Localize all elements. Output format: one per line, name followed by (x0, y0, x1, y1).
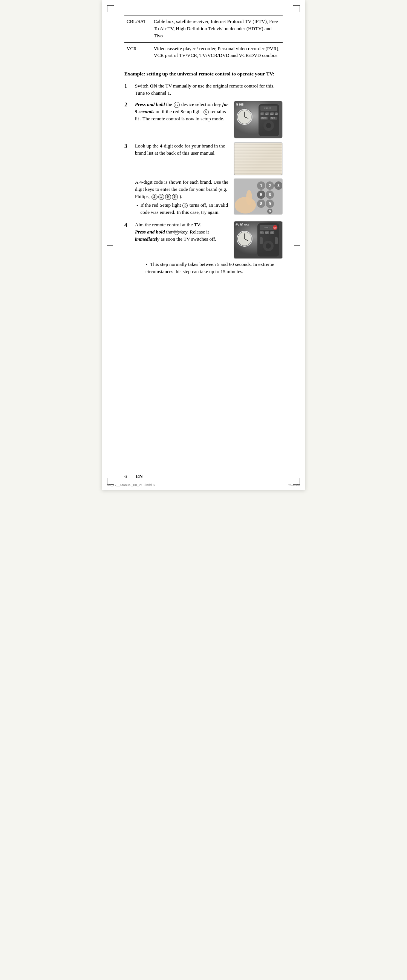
table-cell-description: Cable box, satellite receiver, Internet … (152, 16, 283, 43)
step-2-with-img: Press and hold the TV device selection k… (135, 101, 283, 138)
step-3-bullet-1: • If the red Setup light © turns off, an… (136, 202, 231, 216)
remote-svg-1: 5 sec INPUT (234, 101, 282, 138)
step-2-number: 2 (124, 101, 135, 109)
svg-point-25 (246, 190, 252, 205)
svg-text:TV: TV (261, 113, 263, 115)
file-info-left: /M_17__Manual_80_210.indd 6 (107, 483, 155, 487)
bullet-dot-1: • (136, 202, 138, 209)
svg-text:5 - 60 sec: 5 - 60 sec (236, 223, 248, 226)
table-cell-description: Video cassette player / recorder, Person… (152, 42, 283, 62)
table-cell-label: CBL/SAT (124, 16, 152, 43)
remote-image-1: 5 sec INPUT (234, 101, 283, 138)
corner-mark-tl (107, 5, 114, 12)
step-2-text: Press and hold the TV device selection k… (135, 102, 228, 121)
key-1: 1 (158, 194, 164, 200)
table-row: VCRVideo cassette player / recorder, Per… (124, 42, 283, 62)
setup-light-icon-2: © (182, 203, 188, 208)
svg-point-24 (235, 197, 256, 213)
svg-text:TV: TV (260, 232, 262, 234)
step-3-bullet-text: If the red Setup light © turns off, an i… (141, 202, 231, 216)
numpad-illustration: 1 2 3 5 6 8 (234, 179, 282, 214)
step-3-content: Look up the 4-digit code for your brand … (135, 142, 283, 217)
step-3-lower-text: A 4-digit code is shown for each brand. … (135, 178, 231, 217)
svg-text:9: 9 (269, 202, 271, 206)
step-4-with-img: Aim the remote control at the TV. Press … (135, 221, 283, 259)
svg-rect-62 (275, 237, 278, 244)
step-3-text-main: Look up the 4-digit code for your brand … (135, 143, 225, 156)
svg-text:2: 2 (269, 184, 271, 188)
svg-text:1: 1 (260, 184, 262, 188)
svg-text:PWR: PWR (273, 226, 277, 229)
table-cell-label: VCR (124, 42, 152, 62)
file-info-right: 25-09-0 (288, 483, 300, 487)
remote-illustration-4: 5 - 60 sec INPUT PWR (234, 221, 282, 258)
remote-illustration-1: 5 sec INPUT (234, 101, 282, 138)
step-4-number: 4 (124, 221, 135, 229)
footer-page-number: 6 (124, 473, 127, 479)
step-3-book-image (234, 142, 283, 175)
tv-key-icon: TV (174, 102, 180, 108)
step-2-text-block: Press and hold the TV device selection k… (135, 101, 231, 123)
numpad-image: 1 2 3 5 6 8 (234, 178, 283, 215)
step-2-content: Press and hold the TV device selection k… (135, 101, 283, 138)
side-mark-left (107, 245, 113, 245)
svg-text:3: 3 (277, 184, 280, 188)
svg-text:MENU: MENU (261, 117, 267, 119)
book-image (234, 142, 283, 175)
step-3-text-block: Look up the 4-digit code for your brand … (135, 142, 231, 156)
step-2-image: 5 sec INPUT (234, 101, 283, 138)
svg-rect-61 (260, 237, 263, 244)
step-4-sub-bullet-text: This step normally takes between 5 and 6… (146, 261, 274, 274)
svg-text:CBL: CBL (270, 113, 274, 115)
svg-point-22 (266, 123, 271, 128)
key-2: 2 (152, 194, 158, 200)
step-4-sub-bullet: This step normally takes between 5 and 6… (135, 261, 283, 275)
step-3-text-extra: A 4-digit code is shown for each brand. … (135, 179, 228, 199)
step-3-lower: A 4-digit code is shown for each brand. … (135, 178, 283, 217)
svg-text:SAT: SAT (265, 113, 268, 115)
svg-text:VCR: VCR (275, 113, 279, 115)
footer-language: EN (136, 473, 143, 479)
step-4-text-block: Aim the remote control at the TV. Press … (135, 221, 231, 243)
remote-svg-4: 5 - 60 sec INPUT PWR (234, 221, 282, 258)
svg-text:SAT: SAT (265, 232, 268, 234)
svg-point-60 (266, 243, 271, 248)
setup-light-icon-1: © (204, 110, 209, 115)
step-3-bullets: • If the red Setup light © turns off, an… (135, 202, 231, 216)
page-footer: 6 EN (124, 473, 283, 479)
step-1-content: Switch ON the TV manually or use the ori… (135, 82, 283, 97)
svg-text:INFO: INFO (271, 117, 275, 119)
key-5: 5 (172, 194, 178, 200)
remote-image-4: 5 - 60 sec INPUT PWR (234, 221, 283, 259)
table-row: CBL/SATCable box, satellite receiver, In… (124, 16, 283, 43)
power-key-icon: POWER (174, 230, 179, 235)
step-2: 2 Press and hold the TV device selection… (124, 101, 283, 138)
page: CBL/SATCable box, satellite receiver, In… (102, 0, 305, 490)
section-heading: Example: setting up the universal remote… (124, 70, 283, 78)
step-3-number: 3 (124, 142, 135, 150)
step-1-number: 1 (124, 82, 135, 90)
svg-text:8: 8 (260, 202, 262, 206)
numpad-svg: 1 2 3 5 6 8 (234, 179, 282, 214)
step-3-with-img: Look up the 4-digit code for your brand … (135, 142, 283, 175)
svg-text:5: 5 (260, 193, 262, 197)
svg-text:INPUT: INPUT (264, 226, 271, 229)
book-illustration (234, 143, 282, 175)
step-4: 4 Aim the remote control at the TV. Pres… (124, 221, 283, 275)
svg-text:CBL: CBL (271, 232, 274, 234)
svg-text:5 sec: 5 sec (236, 102, 244, 106)
file-info: /M_17__Manual_80_210.indd 6 25-09-0 (107, 483, 300, 487)
svg-text:6: 6 (269, 193, 271, 197)
device-table: CBL/SATCable box, satellite receiver, In… (124, 15, 283, 62)
key-9: 9 (165, 194, 171, 200)
step-1: 1 Switch ON the TV manually or use the o… (124, 82, 283, 97)
step-4-content: Aim the remote control at the TV. Press … (135, 221, 283, 275)
svg-text:0: 0 (269, 209, 271, 213)
svg-text:INPUT: INPUT (264, 107, 271, 110)
corner-mark-tr (293, 5, 300, 12)
step-4-text: Aim the remote control at the TV. Press … (135, 222, 216, 242)
step-1-text: Switch ON the TV manually or use the ori… (135, 83, 274, 96)
side-mark-right (294, 245, 300, 245)
step-3-numpad-image: 1 2 3 5 6 8 (234, 178, 283, 215)
steps-list: 1 Switch ON the TV manually or use the o… (124, 82, 283, 275)
